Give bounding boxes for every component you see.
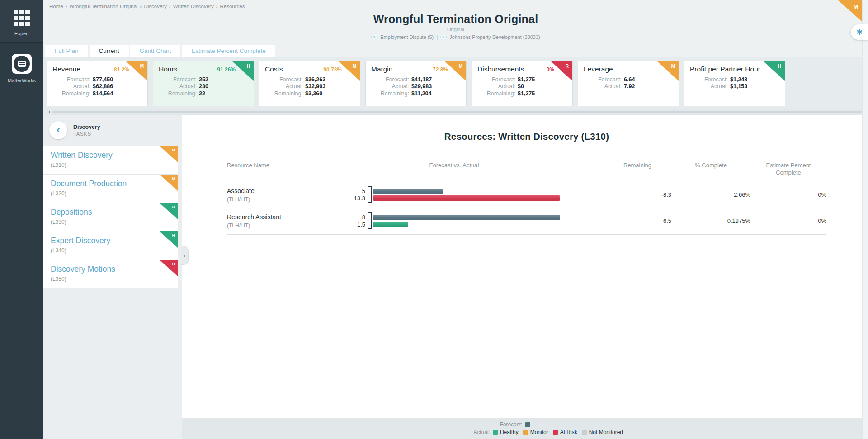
status-triangle-risk <box>551 61 572 81</box>
status-triangle-healthy <box>763 61 785 81</box>
kpi-row-label: Actual: <box>584 83 622 90</box>
forecast-bar <box>373 215 560 220</box>
edit-icon[interactable]: ✎ <box>440 34 447 40</box>
nav-item-expert[interactable]: Expert <box>0 0 43 43</box>
breadcrumb-link-resources[interactable]: Resources <box>220 4 245 9</box>
status-triangle-monitor <box>160 175 178 191</box>
header-forecast-vs-actual: Forecast vs. Actual <box>340 162 568 169</box>
bar-bracket <box>368 212 372 229</box>
kpi-title: Hours <box>159 65 177 73</box>
resources-table: Resource Name Forecast vs. Actual Remain… <box>227 162 826 235</box>
task-title: Expert Discovery <box>51 236 170 245</box>
breadcrumb-link-written-discovery[interactable]: Written Discovery <box>173 4 214 9</box>
forecast-vs-actual-bars <box>373 189 563 201</box>
scroll-left-arrow[interactable]: ‹ <box>47 109 53 114</box>
tab-estimate-percent-complete[interactable]: Estimate Percent Complete <box>182 45 275 57</box>
chevron-left-icon: ‹ <box>57 125 60 134</box>
tasks-group-title: Discovery <box>73 124 100 130</box>
table-header-row: Resource Name Forecast vs. Actual Remain… <box>227 162 826 182</box>
kpi-row-label: Forecast: <box>159 76 197 83</box>
status-triangle-healthy <box>160 203 178 219</box>
kpi-row-value: $62,886 <box>93 83 113 90</box>
tasks-panel-header: ‹ Discovery TASKS <box>43 121 182 139</box>
tasks-group-subtitle: TASKS <box>73 131 100 137</box>
kpi-row-label: Forecast: <box>371 76 409 83</box>
status-letter: H <box>778 64 781 69</box>
pct-complete-value: 2.66% <box>671 191 750 198</box>
breadcrumb-link-home[interactable]: Home <box>49 4 63 9</box>
scrollbar-thumb[interactable] <box>53 111 862 113</box>
kpi-row-label: Forecast: <box>690 76 728 83</box>
breadcrumb-separator: › <box>66 4 67 9</box>
task-code: (L340) <box>51 247 170 254</box>
kpi-card-profit-per-partner-hour[interactable]: H Profit per Partner Hour Forecast:$1,24… <box>684 61 785 106</box>
tab-full-plan[interactable]: Full Plan <box>45 45 88 57</box>
status-letter: H <box>172 233 175 238</box>
kpi-card-revenue[interactable]: M Revenue 81.2% Forecast:$77,450 Actual:… <box>47 61 148 106</box>
status-letter: H <box>172 205 175 209</box>
task-item-depositions[interactable]: H Depositions (L330) <box>43 203 178 231</box>
page-subtitle: Original <box>43 27 868 32</box>
resource-name: Associate <box>227 187 340 194</box>
kpi-row-label: Remaining: <box>52 90 90 97</box>
forecast-bar <box>373 189 443 194</box>
task-item-discovery-motions[interactable]: R Discovery Motions (L350) <box>43 260 178 288</box>
kpi-row-label: Remaining: <box>265 90 303 97</box>
actual-bar <box>373 195 560 201</box>
kpi-row-value: $36,263 <box>305 76 326 83</box>
nav-item-matterworks[interactable]: MatterWorks <box>0 43 43 90</box>
kpi-card-leverage[interactable]: M Leverage Forecast:6.64 Actual:7.92 <box>578 61 679 106</box>
kpi-row-value: $1,275 <box>518 76 535 83</box>
kpi-card-margin[interactable]: M Margin 72.8% Forecast:$41,187 Actual:$… <box>365 61 467 106</box>
forecast-value: 5 <box>340 188 365 194</box>
status-triangle-healthy <box>232 61 254 81</box>
tab-current[interactable]: Current <box>90 45 129 57</box>
resources-panel: ‹ Resources: Written Discovery (L310) Re… <box>182 115 868 418</box>
main-column: ‹ Resources: Written Discovery (L310) Re… <box>182 115 868 439</box>
actual-value: 1.5 <box>340 221 365 228</box>
status-triangle-monitor <box>657 61 679 81</box>
status-letter: M <box>459 64 462 69</box>
content-region: ‹ Discovery TASKS M Written Discovery (L… <box>43 115 868 439</box>
app-window: Expert MatterWorks Home›Wrongful Termina… <box>0 0 868 439</box>
vertical-scrollbar[interactable] <box>862 0 868 439</box>
back-button[interactable]: ‹ <box>49 121 67 139</box>
kpi-title: Profit per Partner Hour <box>690 65 760 73</box>
legend-forecast-line: Forecast: <box>182 421 868 428</box>
kpi-card-hours[interactable]: H Hours 91.26% Forecast:252 Actual:230 R… <box>153 61 254 106</box>
status-letter: M <box>353 64 356 69</box>
task-item-document-production[interactable]: M Document Production (L320) <box>43 175 178 203</box>
pct-complete-value: 0.1875% <box>671 217 750 224</box>
grid-icon <box>14 10 30 26</box>
breadcrumb-separator: › <box>216 4 218 9</box>
breadcrumb-link-matter[interactable]: Wrongful Termination Original <box>70 4 138 9</box>
resource-code: (TLH/LIT) <box>227 196 340 203</box>
kpi-card-costs[interactable]: M Costs 90.73% Forecast:$36,263 Actual:$… <box>259 61 360 106</box>
page: Home›Wrongful Termination Original›Disco… <box>43 0 868 439</box>
kpi-card-disbursements[interactable]: R Disbursements 0% Forecast:$1,275 Actua… <box>472 61 573 106</box>
kpi-row-value: $0 <box>518 83 524 90</box>
legend-item-healthy: Healthy <box>500 429 519 435</box>
breadcrumb-separator: › <box>169 4 171 9</box>
tab-gantt-chart[interactable]: Gantt Chart <box>130 45 181 57</box>
legend-actual-line: Actual: Healthy Monitor At Risk Not Moni… <box>182 429 868 435</box>
settings-button[interactable]: ✱ <box>851 24 868 40</box>
kpi-row-value: $1,153 <box>730 83 747 90</box>
bar-bracket <box>368 186 372 203</box>
legend-item-not-monitored: Not Monitored <box>589 429 623 435</box>
edit-icon[interactable]: ✎ <box>371 34 377 40</box>
kpi-row-label: Remaining: <box>477 90 515 97</box>
collapse-panel-handle[interactable]: ‹ <box>181 246 189 265</box>
forecast-vs-actual-bars <box>373 215 563 227</box>
task-item-expert-discovery[interactable]: H Expert Discovery (L340) <box>43 231 178 260</box>
kpi-row-value: $14,564 <box>93 90 113 97</box>
breadcrumb-link-discovery[interactable]: Discovery <box>144 4 166 9</box>
resource-row-associate: Associate (TLH/LIT) 5 13.3 <box>227 182 826 208</box>
kpi-row-label: Actual: <box>477 83 515 90</box>
task-item-written-discovery[interactable]: M Written Discovery (L310) <box>43 146 178 175</box>
remaining-value: -8.3 <box>604 191 671 198</box>
est-pct-value: 0% <box>750 191 826 198</box>
kpi-row-value: $3,360 <box>305 90 322 97</box>
kpi-row-value: $1,275 <box>518 90 535 97</box>
kpi-row-label: Actual: <box>371 83 409 90</box>
